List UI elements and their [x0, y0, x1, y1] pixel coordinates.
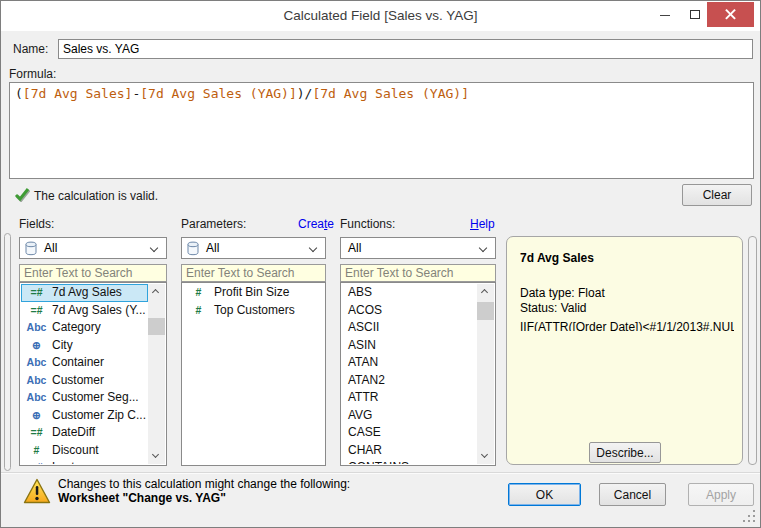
text-field-icon: Abc — [21, 372, 52, 390]
list-item-label: CONTAINS — [342, 460, 409, 464]
list-item-label: Customer — [52, 373, 104, 387]
list-item[interactable]: #Profit Bin Size — [183, 284, 324, 302]
list-item-label: CHAR — [342, 443, 382, 457]
help-link-text: elp — [479, 217, 495, 231]
geo-field-icon: ⊕ — [21, 337, 52, 355]
minimize-button[interactable] — [650, 1, 680, 28]
functions-filter-dropdown[interactable]: All — [340, 237, 496, 259]
list-item[interactable]: AVG — [342, 407, 477, 425]
help-link[interactable]: Help — [470, 217, 495, 231]
warning-icon — [23, 478, 51, 504]
list-item[interactable]: =#Last — [21, 459, 148, 464]
functions-list: ABSACOSASCIIASINATANATAN2ATTRAVGCASECHAR… — [340, 282, 496, 466]
list-item[interactable]: ATAN2 — [342, 372, 477, 390]
list-item[interactable]: ASIN — [342, 337, 477, 355]
create-link[interactable]: Create — [298, 217, 334, 231]
formula-editor[interactable]: ([7d Avg Sales]-[7d Avg Sales (YAG)])/[7… — [9, 82, 754, 179]
list-item-label: ASIN — [342, 338, 376, 352]
list-item-label: ATAN2 — [342, 373, 385, 387]
list-item[interactable]: AbcCustomer Seg... — [21, 389, 148, 407]
clear-button[interactable]: Clear — [682, 184, 752, 206]
calculated-number-field-icon: =# — [21, 302, 52, 320]
calculated-number-field-icon: =# — [21, 284, 52, 302]
scroll-down-button[interactable] — [477, 448, 494, 464]
list-item[interactable]: =#7d Avg Sales (Y... — [21, 302, 148, 320]
list-item-label: 7d Avg Sales — [52, 285, 122, 299]
scroll-up-button[interactable] — [477, 284, 494, 300]
list-item-label: Top Customers — [214, 303, 295, 317]
list-item-label: Discount — [52, 443, 99, 457]
functions-search-input[interactable] — [340, 264, 496, 282]
help-link-text: H — [470, 217, 479, 231]
name-label: Name: — [13, 42, 48, 56]
ok-button[interactable]: OK — [508, 483, 581, 506]
chevron-up-icon — [152, 289, 159, 296]
validation-message: The calculation is valid. — [34, 189, 158, 203]
minimize-icon — [660, 15, 670, 16]
valid-check-icon — [13, 186, 30, 202]
parameters-filter-dropdown[interactable]: All — [181, 237, 326, 259]
dialog-body: Name: Formula: ([7d Avg Sales]-[7d Avg S… — [1, 31, 760, 527]
text-field-icon: Abc — [21, 389, 52, 407]
list-item-label: Category — [52, 320, 101, 334]
scroll-up-button[interactable] — [148, 284, 165, 300]
title-bar[interactable]: Calculated Field [Sales vs. YAG] — [1, 1, 760, 31]
scroll-down-button[interactable] — [148, 448, 165, 464]
dialog-title: Calculated Field [Sales vs. YAG] — [1, 8, 760, 23]
list-item[interactable]: ATAN — [342, 354, 477, 372]
cancel-button[interactable]: Cancel — [599, 483, 666, 506]
list-item[interactable]: CONTAINS — [342, 459, 477, 464]
chevron-down-icon — [152, 451, 159, 458]
database-icon — [187, 241, 199, 256]
maximize-button[interactable] — [680, 1, 710, 28]
fields-scrollbar[interactable] — [148, 284, 165, 464]
list-item[interactable]: AbcCategory — [21, 319, 148, 337]
resize-grip[interactable] — [743, 510, 755, 522]
functions-list-rows: ABSACOSASCIIASINATANATAN2ATTRAVGCASECHAR… — [342, 284, 477, 464]
field-data-type: Data type: Float — [520, 286, 605, 300]
close-button[interactable] — [707, 2, 754, 27]
footer-divider — [1, 472, 760, 474]
left-splitter-handle[interactable] — [4, 233, 11, 471]
formula-field-segment: [7d Avg Sales (YAG)] — [140, 86, 297, 101]
list-item[interactable]: =#DateDiff — [21, 424, 148, 442]
list-item[interactable]: ⊕Customer Zip C... — [21, 407, 148, 425]
formula-field-segment: [7d Avg Sales] — [23, 86, 133, 101]
list-item[interactable]: CASE — [342, 424, 477, 442]
chevron-down-icon — [150, 244, 158, 252]
scrollbar-thumb[interactable] — [148, 318, 165, 335]
list-item[interactable]: AbcCustomer — [21, 372, 148, 390]
parameters-label: Parameters: — [181, 217, 246, 231]
list-item-label: Customer Seg... — [52, 390, 139, 404]
list-item[interactable]: ⊕City — [21, 337, 148, 355]
fields-filter-dropdown[interactable]: All — [19, 237, 167, 259]
describe-button[interactable]: Describe... — [589, 442, 661, 463]
fields-label: Fields: — [19, 217, 54, 231]
number-field-icon: # — [183, 284, 214, 302]
list-item[interactable]: ABS — [342, 284, 477, 302]
list-item[interactable]: #Discount — [21, 442, 148, 460]
list-item[interactable]: CHAR — [342, 442, 477, 460]
field-status: Status: Valid — [520, 301, 586, 315]
database-icon — [25, 241, 37, 256]
name-input[interactable] — [58, 39, 753, 59]
apply-button[interactable]: Apply — [688, 483, 754, 506]
chevron-down-icon — [479, 244, 487, 252]
functions-scrollbar[interactable] — [477, 284, 494, 464]
list-item[interactable]: ACOS — [342, 302, 477, 320]
list-item-label: DateDiff — [52, 425, 95, 439]
list-item-label: AVG — [342, 408, 372, 422]
fields-list-rows: =#7d Avg Sales=#7d Avg Sales (Y...AbcCat… — [21, 284, 148, 464]
calculated-field-dialog: Calculated Field [Sales vs. YAG] Name: F… — [0, 0, 761, 528]
fields-filter-value: All — [44, 241, 57, 255]
list-item[interactable]: ATTR — [342, 389, 477, 407]
right-splitter-handle[interactable] — [748, 236, 757, 465]
parameters-search-input[interactable] — [181, 264, 326, 282]
list-item[interactable]: AbcContainer — [21, 354, 148, 372]
scrollbar-thumb[interactable] — [477, 302, 494, 320]
list-item[interactable]: ASCII — [342, 319, 477, 337]
fields-search-input[interactable] — [19, 264, 167, 282]
list-item[interactable]: =#7d Avg Sales — [21, 284, 148, 302]
functions-label: Functions: — [340, 217, 395, 231]
list-item[interactable]: #Top Customers — [183, 302, 324, 320]
